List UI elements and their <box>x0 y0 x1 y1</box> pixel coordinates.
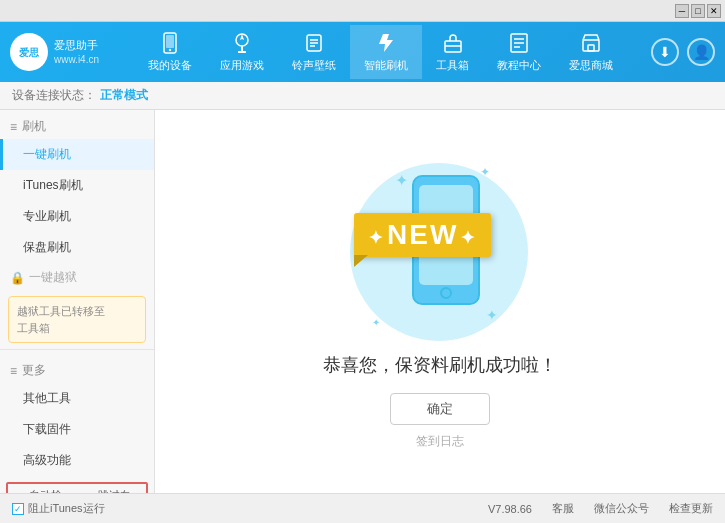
nav-items: 我的设备 应用游戏 铃声壁纸 智能刷机 工具箱 <box>110 25 651 79</box>
support-link[interactable]: 客服 <box>552 501 574 516</box>
title-bar: ─ □ ✕ <box>0 0 725 22</box>
sparkle-tr: ✦ <box>480 165 490 179</box>
sidebar-section-flash: ≡ 刷机 <box>0 110 154 139</box>
apps-icon <box>230 31 254 55</box>
maximize-button[interactable]: □ <box>691 4 705 18</box>
check-update-link[interactable]: 检查更新 <box>669 501 713 516</box>
window-controls: ─ □ ✕ <box>675 4 721 18</box>
tutorial-icon <box>507 31 531 55</box>
phone-icon <box>158 31 182 55</box>
section-icon: ≡ <box>10 120 17 134</box>
download-button[interactable]: ⬇ <box>651 38 679 66</box>
minimize-button[interactable]: ─ <box>675 4 689 18</box>
status-bar: 设备连接状态： 正常模式 <box>0 82 725 110</box>
status-label: 设备连接状态： <box>12 87 96 104</box>
sidebar-item-itunes[interactable]: iTunes刷机 <box>0 170 154 201</box>
itunes-status: 阻止iTunes运行 <box>28 501 105 516</box>
logo-text: 爱思助手 www.i4.cn <box>54 38 99 65</box>
nav-label-apps: 应用游戏 <box>220 58 264 73</box>
checkbox-auto-detect[interactable]: 自动检测 <box>14 488 71 493</box>
nav-item-store[interactable]: 爱思商城 <box>555 25 627 79</box>
auto-detect-label: 自动检测 <box>29 488 71 493</box>
confirm-button[interactable]: 确定 <box>390 393 490 425</box>
nav-item-smart-flash[interactable]: 智能刷机 <box>350 25 422 79</box>
content-area: ✦ ✦ ✦ ✦ ✦NEW✦ 恭喜您，保资料刷机成功啦！ <box>155 110 725 493</box>
nav-bar: 爱思 爱思助手 www.i4.cn 我的设备 应用游戏 铃声壁纸 <box>0 22 725 82</box>
checkbox-skip-wizard[interactable]: 跳过向导 <box>83 488 140 493</box>
bottom-bar: ✓ 阻止iTunes运行 V7.98.66 客服 微信公众号 检查更新 <box>0 493 725 523</box>
nav-item-apps-games[interactable]: 应用游戏 <box>206 25 278 79</box>
section-flash-label: 刷机 <box>22 118 46 135</box>
nav-label-smart-flash: 智能刷机 <box>364 58 408 73</box>
version-label: V7.98.66 <box>488 503 532 515</box>
sidebar-divider <box>0 349 154 350</box>
sidebar-lock-jailbreak: 🔒 一键越狱 <box>0 263 154 290</box>
svg-rect-19 <box>588 45 594 51</box>
nav-label-my-device: 我的设备 <box>148 58 192 73</box>
close-button[interactable]: ✕ <box>707 4 721 18</box>
lock-icon: 🔒 <box>10 271 25 285</box>
new-badge: ✦NEW✦ <box>354 213 491 257</box>
daily-sign-link[interactable]: 签到日志 <box>416 433 464 450</box>
wechat-link[interactable]: 微信公众号 <box>594 501 649 516</box>
success-text: 恭喜您，保资料刷机成功啦！ <box>323 353 557 377</box>
svg-rect-3 <box>166 35 174 48</box>
sidebar-item-other-tools[interactable]: 其他工具 <box>0 383 154 414</box>
nav-item-ringtones[interactable]: 铃声壁纸 <box>278 25 350 79</box>
status-value: 正常模式 <box>100 87 148 104</box>
sparkle-bl: ✦ <box>372 317 380 328</box>
main-layout: ≡ 刷机 一键刷机 iTunes刷机 专业刷机 保盘刷机 🔒 一键越狱 越狱工具… <box>0 110 725 493</box>
sidebar-item-pro-flash[interactable]: 专业刷机 <box>0 201 154 232</box>
logo-url: www.i4.cn <box>54 53 99 66</box>
lock-label: 一键越狱 <box>29 269 77 286</box>
nav-right-controls: ⬇ 👤 <box>651 38 715 66</box>
flash-icon <box>374 31 398 55</box>
store-icon <box>579 31 603 55</box>
nav-label-tutorial: 教程中心 <box>497 58 541 73</box>
sidebar-item-one-click[interactable]: 一键刷机 <box>0 139 154 170</box>
nav-item-toolbox[interactable]: 工具箱 <box>422 25 483 79</box>
nav-label-toolbox: 工具箱 <box>436 58 469 73</box>
svg-text:爱思: 爱思 <box>19 47 40 58</box>
nav-item-tutorial[interactable]: 教程中心 <box>483 25 555 79</box>
checkbox-row: 自动检测 跳过向导 <box>10 486 144 493</box>
section-more-label: 更多 <box>22 362 46 379</box>
logo-icon: 爱思 <box>10 33 48 71</box>
nav-label-ringtones: 铃声壁纸 <box>292 58 336 73</box>
bottom-left: ✓ 阻止iTunes运行 <box>12 501 105 516</box>
toolbox-icon <box>441 31 465 55</box>
svg-point-4 <box>169 49 171 51</box>
user-button[interactable]: 👤 <box>687 38 715 66</box>
sidebar: ≡ 刷机 一键刷机 iTunes刷机 专业刷机 保盘刷机 🔒 一键越狱 越狱工具… <box>0 110 155 493</box>
sidebar-item-save-flash[interactable]: 保盘刷机 <box>0 232 154 263</box>
sidebar-info-box: 越狱工具已转移至 工具箱 <box>8 296 146 343</box>
checkbox-itunes-icon: ✓ <box>12 503 24 515</box>
nav-label-store: 爱思商城 <box>569 58 613 73</box>
sidebar-item-advanced[interactable]: 高级功能 <box>0 445 154 476</box>
sidebar-section-more: ≡ 更多 <box>0 354 154 383</box>
skip-wizard-label: 跳过向导 <box>98 488 140 493</box>
section-more-icon: ≡ <box>10 364 17 378</box>
sparkle-tl: ✦ <box>395 171 408 190</box>
phone-illustration: ✦ ✦ ✦ ✦ ✦NEW✦ <box>340 153 540 353</box>
info-text: 越狱工具已转移至 工具箱 <box>17 305 105 334</box>
ringtone-icon <box>302 31 326 55</box>
phone-home-btn <box>440 287 452 299</box>
logo-name: 爱思助手 <box>54 38 99 52</box>
sidebar-item-download-firmware[interactable]: 下载固件 <box>0 414 154 445</box>
logo-area: 爱思 爱思助手 www.i4.cn <box>10 33 110 71</box>
bottom-right: V7.98.66 客服 微信公众号 检查更新 <box>488 501 713 516</box>
nav-item-my-device[interactable]: 我的设备 <box>134 25 206 79</box>
sparkle-br: ✦ <box>486 307 498 323</box>
